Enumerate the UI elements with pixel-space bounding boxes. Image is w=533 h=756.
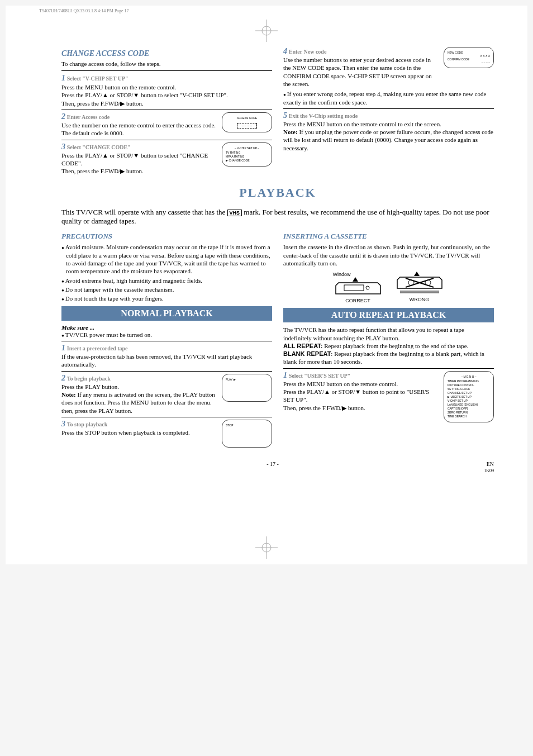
change-intro: To change access code, follow the steps.	[61, 60, 272, 67]
cassette-wrong-icon	[394, 272, 445, 296]
make-sure-label: Make sure ...	[61, 324, 272, 331]
precautions-list: Avoid moisture. Moisture condensation ma…	[61, 243, 272, 302]
step-2-body: Use the number on the remote control to …	[61, 121, 217, 137]
vhs-mark: VHS	[227, 210, 242, 216]
step-4-title: Enter New code	[289, 49, 327, 55]
svg-marker-3	[353, 277, 358, 282]
page-number: - 17 -	[266, 461, 279, 473]
step-1-num: 1	[61, 74, 65, 82]
cassette-correct-icon	[333, 277, 383, 297]
page: T5407UH/7408UJ.QX33 03.1.8 4:14 PM Page …	[6, 6, 527, 564]
all-repeat: ALL REPEAT: Repeat playback from the beg…	[283, 342, 494, 350]
inserting-body: Insert the cassette in the direction as …	[283, 243, 494, 267]
change-access-title: CHANGE ACCESS CODE	[61, 49, 272, 58]
ar-step-1-num: 1	[283, 371, 287, 379]
playback-intro: This TV/VCR will operate with any casset…	[61, 208, 494, 227]
inserting-title: INSERTING A CASSETTE	[283, 232, 494, 241]
np-step-2-note: Note: If any menu is activated on the sc…	[61, 391, 217, 415]
step-5-title: Exit the V-Chip setting mode	[289, 113, 358, 119]
power-note: TV/VCR power must be turned on.	[61, 331, 272, 339]
np-step-3-num: 3	[61, 420, 65, 428]
svg-rect-4	[344, 285, 364, 291]
step-4-bullet: If you enter wrong code, repeat step 4, …	[283, 90, 494, 106]
osd-play: PLAY ▶	[222, 374, 272, 402]
np-step-3-title: To stop playback	[67, 421, 107, 427]
np-step-2-body: Press the PLAY button.	[61, 383, 217, 391]
np-step-1-body: If the erase-protection tab has been rem…	[61, 353, 272, 369]
svg-marker-6	[414, 272, 420, 276]
ar-step-1-body: Press the MENU button on the remote cont…	[283, 380, 439, 412]
step-5-num: 5	[283, 111, 287, 120]
file-header: T5407UH/7408UJ.QX33 03.1.8 4:14 PM Page …	[39, 8, 129, 13]
step-4-body: Use the number buttons to enter your des…	[283, 56, 439, 88]
step-1-title: Select "V-CHIP SET UP"	[67, 75, 129, 82]
page-footer: - 17 - EN1K09	[61, 461, 494, 473]
step-1-body: Press the MENU button on the remote cont…	[61, 83, 272, 107]
step-3-body: Press the PLAY/▲ or STOP/▼ button to sel…	[61, 151, 217, 175]
divider	[61, 70, 272, 71]
auto-intro: The TV/VCR has the auto repeat function …	[283, 326, 494, 342]
top-crop-mark	[255, 20, 278, 42]
np-step-3-body: Press the STOP button when playback is c…	[61, 429, 217, 436]
step-5-body: Press the MENU button on the remote cont…	[283, 120, 494, 128]
np-step-2-num: 2	[61, 374, 65, 382]
step-4-num: 4	[283, 47, 287, 55]
np-step-2-title: To begin playback	[67, 375, 111, 382]
bottom-crop-mark	[255, 536, 278, 559]
step-2-num: 2	[61, 112, 65, 121]
ar-step-1-title: Select "USER'S SET UP"	[289, 373, 351, 379]
auto-repeat-banner: AUTO REPEAT PLAYBACK	[283, 308, 494, 322]
osd-vchip-setup: – V-CHIP SET UP – TV RATING MPAA RATING …	[222, 142, 272, 167]
step-3-num: 3	[61, 142, 65, 151]
blank-repeat: BLANK REPEAT: Repeat playback from the b…	[283, 350, 494, 366]
osd-menu: – M E N U – TIMER PROGRAMMING PICTURE CO…	[444, 371, 494, 422]
osd-new-code: NEW CODE X X X X CONFIRM CODE – – – –	[444, 47, 494, 68]
step-2-title: Enter Access code	[67, 114, 110, 120]
step-3-title: Select "CHANGE CODE"	[67, 144, 131, 150]
precautions-title: PRECAUTIONS	[61, 232, 272, 241]
np-step-1-title: Insert a prerecorded tape	[67, 345, 128, 351]
cassette-diagram: Window CORRECT WRONG	[283, 272, 494, 303]
osd-access-code: ACCESS CODE – – – –	[222, 112, 272, 132]
np-step-1-num: 1	[61, 344, 65, 352]
osd-stop: STOP	[222, 420, 272, 448]
playback-banner: PLAYBACK	[61, 183, 494, 202]
step-5-note: Note: If you unplug the power code or po…	[283, 128, 494, 152]
normal-playback-banner: NORMAL PLAYBACK	[61, 306, 272, 321]
svg-point-5	[366, 286, 369, 289]
